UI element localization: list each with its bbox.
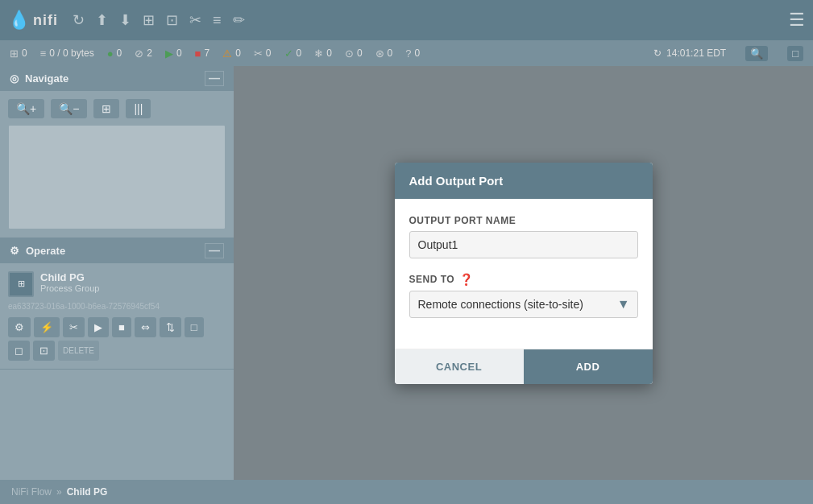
remote-button[interactable]: ◻ — [8, 341, 30, 361]
stop-button[interactable]: ■ — [112, 317, 131, 337]
down-icon: ⊛ — [375, 48, 384, 60]
port-name-label: Output Port Name — [409, 215, 638, 226]
status-up: ⊙ 0 — [345, 48, 363, 60]
navigate-header: ◎ Navigate — — [0, 66, 234, 91]
actual-size-button[interactable]: ||| — [126, 99, 151, 118]
template-button[interactable]: ⊡ — [33, 341, 55, 361]
breadcrumb-current: Child PG — [67, 486, 108, 498]
process-group-type: Process Group — [40, 283, 99, 293]
disable-button[interactable]: ✂ — [63, 317, 85, 337]
flow-icon[interactable]: ≡ — [213, 12, 222, 29]
notifications-button[interactable]: □ — [787, 46, 803, 61]
remote-icon[interactable]: ✂ — [189, 11, 201, 29]
enable-button[interactable]: ⚡ — [34, 317, 60, 337]
main-layout: ◎ Navigate — 🔍+ 🔍− ⊞ ||| ⚙ Oper — [0, 66, 813, 480]
navigate-section: ◎ Navigate — 🔍+ 🔍− ⊞ ||| — [0, 66, 234, 238]
status-time: ↻ 14:01:21 EDT — [653, 48, 726, 59]
help-icon[interactable]: ❓ — [459, 273, 473, 286]
group-icon[interactable]: ⊞ — [143, 11, 155, 29]
settings-button[interactable]: ⚙ — [8, 317, 31, 337]
menu-icon[interactable]: ☰ — [789, 10, 805, 31]
operate-minimize[interactable]: — — [205, 243, 224, 258]
modal-footer: CANCEL ADD — [395, 349, 653, 384]
nav-controls: 🔍+ 🔍− ⊞ ||| — [8, 99, 226, 118]
status-ok: ✓ 0 — [284, 48, 302, 60]
cancel-button[interactable]: CANCEL — [395, 349, 524, 384]
status-errors: ✂ 0 — [254, 48, 272, 60]
process-group-id: ea633723-016a-1000-b6ea-72576945cf54 — [8, 302, 226, 311]
status-processors: ⊞ 0 — [10, 48, 27, 60]
template-icon[interactable]: ⊡ — [166, 11, 178, 29]
up-icon: ⊙ — [345, 48, 354, 60]
errors-count: 0 — [266, 48, 272, 59]
stopped-count: 2 — [147, 48, 152, 59]
port-name-group: Output Port Name — [409, 215, 638, 258]
status-queued: ■ 7 — [195, 48, 210, 60]
send-to-select-wrapper: Remote connections (site-to-site) Local … — [409, 291, 638, 318]
unknown-icon: ? — [405, 48, 411, 60]
app-logo: 💧 nifi — [8, 10, 58, 31]
upload-icon[interactable]: ⬆ — [96, 11, 108, 29]
breadcrumb-root[interactable]: NiFi Flow — [11, 486, 52, 498]
operate-content: ⊞ Child PG Process Group ea633723-016a-1… — [0, 263, 234, 369]
empty-queue-button[interactable]: □ — [185, 317, 204, 337]
operate-section: ⚙ Operate — ⊞ Child PG Process Group ea6… — [0, 238, 234, 370]
operate-title: Operate — [26, 245, 65, 257]
add-button[interactable]: ADD — [524, 349, 653, 384]
copy-button[interactable]: ⇔ — [135, 317, 156, 337]
disabled-icon: ❄ — [314, 48, 323, 60]
delete-button[interactable]: DELETE — [58, 341, 99, 361]
status-warnings: ⚠ 0 — [222, 48, 241, 60]
time-display: 14:01:21 EDT — [666, 48, 726, 59]
toolbar-right: ☰ — [789, 10, 805, 31]
ok-count: 0 — [297, 48, 302, 59]
warnings-icon: ⚠ — [222, 48, 232, 60]
invalid-count: 0 — [176, 48, 182, 59]
bytes-value: 0 / 0 bytes — [49, 48, 93, 59]
bytes-icon: ≡ — [40, 48, 47, 60]
status-bytes: ≡ 0 / 0 bytes — [40, 48, 94, 60]
logo-text: nifi — [33, 12, 58, 29]
left-panel: ◎ Navigate — 🔍+ 🔍− ⊞ ||| ⚙ Oper — [0, 66, 234, 480]
status-invalid: ▶ 0 — [165, 48, 182, 60]
unknown-count: 0 — [414, 48, 420, 59]
navigate-icon: ◎ — [10, 72, 19, 85]
zoom-out-button[interactable]: 🔍− — [51, 99, 87, 118]
stopped-icon: ⊘ — [135, 48, 143, 60]
search-button[interactable]: 🔍 — [745, 46, 768, 61]
process-group-icon: ⊞ — [8, 271, 34, 297]
status-bar: ⊞ 0 ≡ 0 / 0 bytes ● 0 ⊘ 2 ▶ 0 ■ 7 ⚠ 0 ✂ … — [0, 40, 813, 66]
move-button[interactable]: ⇅ — [160, 317, 181, 337]
queued-count: 7 — [204, 48, 209, 59]
status-unknown: ? 0 — [405, 48, 420, 60]
navigate-content: 🔍+ 🔍− ⊞ ||| — [0, 91, 234, 238]
status-running: ● 0 — [107, 48, 122, 60]
processors-icon: ⊞ — [10, 48, 19, 60]
refresh-icon[interactable]: ↻ — [73, 11, 85, 29]
refresh-time-icon: ↻ — [653, 48, 662, 59]
navigate-header-left: ◎ Navigate — [10, 72, 68, 85]
port-name-input[interactable] — [409, 231, 638, 258]
modal-overlay: Add Output Port Output Port Name Send To… — [234, 66, 813, 480]
download-icon[interactable]: ⬇ — [119, 11, 131, 29]
send-to-group: Send To ❓ Remote connections (site-to-si… — [409, 273, 638, 318]
edit-icon[interactable]: ✏ — [233, 11, 245, 29]
start-button[interactable]: ▶ — [88, 317, 109, 337]
errors-icon: ✂ — [254, 48, 263, 60]
top-toolbar: 💧 nifi ↻ ⬆ ⬇ ⊞ ⊡ ✂ ≡ ✏ ☰ — [0, 0, 813, 40]
invalid-icon: ▶ — [165, 48, 173, 60]
zoom-in-button[interactable]: 🔍+ — [8, 99, 44, 118]
navigate-minimize[interactable]: — — [205, 71, 224, 86]
fit-button[interactable]: ⊞ — [93, 99, 119, 118]
process-group-info: Child PG Process Group — [40, 271, 99, 293]
modal-body: Output Port Name Send To ❓ Remote connec… — [395, 199, 653, 349]
minimap — [8, 125, 226, 229]
running-count: 0 — [117, 48, 122, 59]
warnings-count: 0 — [235, 48, 241, 59]
modal-title: Add Output Port — [409, 174, 504, 188]
toolbar-icons: ↻ ⬆ ⬇ ⊞ ⊡ ✂ ≡ ✏ — [73, 11, 782, 29]
modal-header: Add Output Port — [395, 163, 653, 199]
send-to-select[interactable]: Remote connections (site-to-site) Local … — [409, 291, 638, 318]
status-down: ⊛ 0 — [375, 48, 393, 60]
operate-icon: ⚙ — [10, 245, 19, 257]
